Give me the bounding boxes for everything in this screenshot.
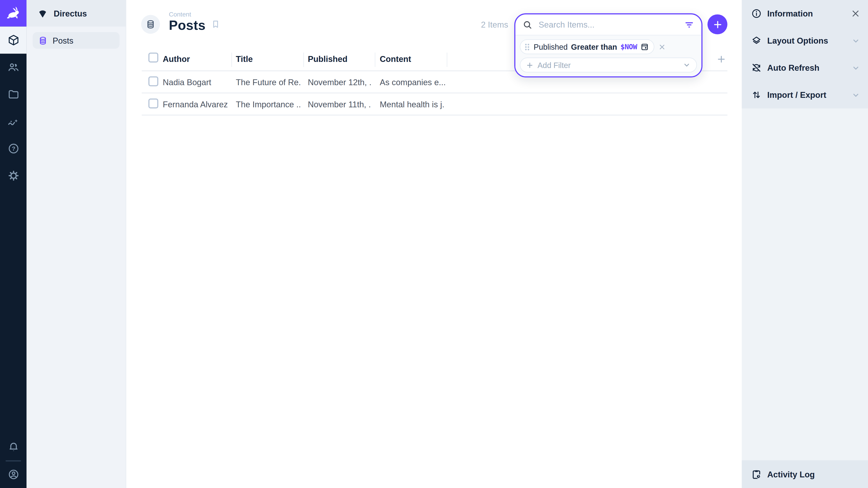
svg-text:?: ? <box>11 145 15 152</box>
project-name: Directus <box>54 8 87 18</box>
module-bar: ? <box>0 0 27 488</box>
activity-log-label: Activity Log <box>767 469 815 479</box>
close-icon[interactable] <box>851 9 860 18</box>
sync-disabled-icon <box>751 63 762 73</box>
main-content: Content Posts 2 Items <box>127 0 742 488</box>
account-avatar-icon <box>7 468 19 480</box>
info-icon <box>751 8 762 19</box>
add-filter-button[interactable]: Add Filter <box>520 58 697 72</box>
table-row[interactable]: Fernanda Alvarez The Importance ... Nove… <box>142 94 727 116</box>
create-item-button[interactable] <box>708 14 727 34</box>
filter-chip[interactable]: Published Greater than $NOW <box>520 39 654 54</box>
remove-filter-icon[interactable] <box>658 43 666 51</box>
users-icon <box>7 61 19 73</box>
drag-handle-icon[interactable] <box>524 43 530 51</box>
module-files[interactable] <box>0 81 27 108</box>
column-divider[interactable] <box>375 53 375 67</box>
account-button[interactable] <box>0 461 27 488</box>
insights-icon <box>7 116 20 128</box>
add-column-icon[interactable] <box>716 54 726 64</box>
row-checkbox[interactable] <box>148 76 158 86</box>
sidebar-section-label: Information <box>767 9 813 18</box>
module-users[interactable] <box>0 54 27 81</box>
module-docs[interactable]: ? <box>0 135 27 162</box>
row-checkbox[interactable] <box>148 98 158 108</box>
import-export-icon <box>751 90 762 100</box>
folder-icon <box>7 89 19 100</box>
sidebar-item-label: Posts <box>53 36 73 45</box>
cell-published: November 11th, ... <box>308 100 372 109</box>
layers-icon <box>751 35 762 46</box>
sidebar-section-information[interactable]: Information <box>742 0 868 27</box>
filter-operator[interactable]: Greater than <box>571 42 617 51</box>
box-icon <box>7 34 19 46</box>
sidebar-section-label: Layout Options <box>767 36 828 45</box>
chevron-down-icon <box>851 36 860 45</box>
filter-area: Published Greater than $NOW <box>515 35 702 76</box>
sidebar-section-label: Import / Export <box>767 90 826 100</box>
bell-icon <box>7 442 19 453</box>
directus-logo-button[interactable] <box>0 0 27 27</box>
right-sidebar: Information Layout Options <box>742 0 868 488</box>
calendar-icon[interactable] <box>640 43 649 51</box>
search-icon <box>523 20 532 30</box>
notifications-button[interactable] <box>0 434 27 461</box>
help-icon: ? <box>7 143 19 154</box>
database-icon <box>38 36 48 45</box>
chevron-down-icon[interactable] <box>683 61 691 69</box>
filter-value[interactable]: $NOW <box>620 43 637 51</box>
filter-field: Published <box>534 42 568 51</box>
column-header-content[interactable]: Content <box>380 54 445 64</box>
activity-log-icon <box>751 469 762 480</box>
column-divider[interactable] <box>447 53 447 67</box>
sidebar-section-label: Auto Refresh <box>767 63 819 72</box>
column-divider[interactable] <box>231 53 232 67</box>
column-header-title[interactable]: Title <box>236 54 301 64</box>
cell-author: Fernanda Alvarez <box>163 100 229 109</box>
nav-sidebar: Directus Posts <box>27 0 126 488</box>
search-row <box>515 14 702 35</box>
cell-title: The Future of Re... <box>236 77 301 87</box>
sidebar-sections: Information Layout Options <box>742 0 868 108</box>
sidebar-section-layout-options[interactable]: Layout Options <box>742 27 868 54</box>
page-title: Posts <box>169 18 206 33</box>
database-icon <box>146 20 156 29</box>
bookmark-icon[interactable] <box>211 20 220 29</box>
module-content[interactable] <box>0 27 27 54</box>
collection-icon-chip <box>141 15 160 34</box>
search-panel: Published Greater than $NOW <box>514 13 703 77</box>
plus-icon <box>526 61 534 69</box>
cell-content: As companies e... <box>380 77 445 87</box>
cell-content: Mental health is j... <box>380 100 445 109</box>
cell-title: The Importance ... <box>236 100 301 109</box>
column-header-published[interactable]: Published <box>308 54 372 64</box>
cell-author: Nadia Bogart <box>163 77 229 87</box>
project-chooser[interactable]: Directus <box>27 0 126 27</box>
module-settings[interactable] <box>0 162 27 189</box>
sidebar-item-posts[interactable]: Posts <box>33 32 119 48</box>
plus-icon <box>712 19 723 30</box>
select-all-checkbox[interactable] <box>148 53 158 63</box>
chevron-down-icon <box>851 90 860 99</box>
add-filter-label: Add Filter <box>537 61 571 69</box>
items-count: 2 Items <box>397 20 508 29</box>
gear-icon <box>7 170 19 182</box>
fan-icon <box>38 8 48 18</box>
module-insights[interactable] <box>0 108 27 135</box>
filter-icon[interactable] <box>684 20 694 30</box>
chevron-down-icon <box>851 63 860 72</box>
sidebar-section-auto-refresh[interactable]: Auto Refresh <box>742 54 868 81</box>
breadcrumb: Content <box>169 11 191 18</box>
directus-app: ? <box>0 0 868 488</box>
sidebar-activity-log[interactable]: Activity Log <box>742 460 868 488</box>
directus-rabbit-icon <box>5 5 22 22</box>
sidebar-section-import-export[interactable]: Import / Export <box>742 81 868 108</box>
search-input[interactable] <box>537 20 679 30</box>
column-divider[interactable] <box>303 53 304 67</box>
column-header-author[interactable]: Author <box>163 54 229 64</box>
cell-published: November 12th, ... <box>308 77 372 87</box>
